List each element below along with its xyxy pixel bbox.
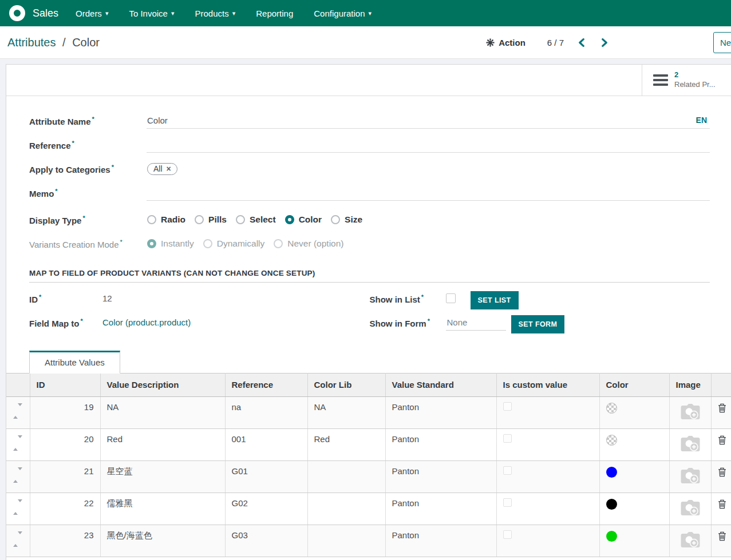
drag-handle[interactable] (6, 525, 30, 557)
cell-color (599, 493, 669, 525)
delete-row-icon[interactable] (718, 531, 726, 543)
show-in-list-checkbox[interactable] (446, 293, 456, 303)
reference-input[interactable] (147, 137, 710, 153)
cell-id[interactable]: 21 (30, 461, 100, 493)
cell-value-standard[interactable]: Panton (385, 493, 496, 525)
drag-handle[interactable] (6, 493, 30, 525)
color-swatch[interactable] (606, 435, 617, 446)
cell-color-lib[interactable] (307, 525, 385, 557)
odoo-logo-icon[interactable] (9, 5, 25, 21)
cell-reference[interactable]: G02 (225, 493, 307, 525)
display-type-option-radio[interactable]: Radio (147, 215, 185, 225)
drag-handle[interactable] (6, 429, 30, 461)
cell-id[interactable]: 19 (30, 397, 100, 429)
cell-reference[interactable]: G01 (225, 461, 307, 493)
is-custom-value-checkbox[interactable] (503, 498, 512, 507)
set-list-button[interactable]: SET LIST (471, 291, 519, 309)
cell-value-description[interactable]: NA (100, 397, 225, 429)
display-type-label: Display Type* (29, 212, 147, 225)
field-row-id: ID* 12 (29, 291, 370, 310)
required-marker: * (112, 164, 114, 170)
new-button[interactable]: Ne (713, 32, 731, 53)
radio-icon (203, 239, 212, 248)
column-color-lib: Color Lib (307, 374, 385, 397)
pager-previous-button[interactable] (576, 37, 587, 48)
delete-row-icon[interactable] (718, 435, 726, 447)
cell-color-lib[interactable] (307, 461, 385, 493)
action-menu-button[interactable]: Action (486, 38, 525, 47)
pager-next-button[interactable] (599, 37, 610, 48)
sort-handle-icon (18, 403, 22, 416)
cell-reference[interactable]: 001 (225, 429, 307, 461)
image-upload-icon[interactable] (680, 468, 701, 487)
cell-value-standard[interactable]: Panton (385, 461, 496, 493)
cell-is-custom-value (496, 461, 599, 493)
attribute-name-input[interactable]: Color EN (147, 113, 710, 129)
display-type-option-pills[interactable]: Pills (195, 215, 227, 225)
is-custom-value-checkbox[interactable] (503, 402, 512, 411)
color-swatch[interactable] (606, 403, 617, 414)
cell-id[interactable]: 20 (30, 429, 100, 461)
drag-handle[interactable] (6, 397, 30, 429)
cell-reference[interactable]: na (225, 397, 307, 429)
stat-text: 2 Related Pr... (674, 70, 716, 90)
cell-reference[interactable]: G03 (225, 525, 307, 557)
category-tag[interactable]: All × (147, 163, 177, 175)
cell-value-description[interactable]: 星空蓝 (100, 461, 225, 493)
delete-row-icon[interactable] (718, 467, 726, 479)
app-name[interactable]: Sales (33, 7, 58, 19)
set-form-button[interactable]: SET FORM (511, 315, 565, 333)
language-badge[interactable]: EN (696, 116, 709, 125)
field-row-show-in-list: Show in List* SET LIST (370, 291, 710, 310)
related-products-button[interactable]: 2 Related Pr... (642, 65, 731, 96)
image-upload-icon[interactable] (680, 436, 701, 455)
color-swatch[interactable] (606, 531, 617, 542)
required-marker: * (421, 293, 424, 300)
cell-value-standard[interactable]: Panton (385, 525, 496, 557)
delete-row-icon[interactable] (718, 403, 726, 415)
field-map-to-label: Field Map to* (29, 315, 102, 328)
caret-down-icon: ▾ (171, 10, 175, 17)
color-swatch[interactable] (606, 467, 617, 478)
cell-value-standard[interactable]: Panton (385, 397, 496, 429)
memo-input[interactable] (147, 185, 710, 201)
nav-menu-to-invoice[interactable]: To Invoice▾ (129, 9, 174, 18)
cell-image (669, 493, 711, 525)
is-custom-value-checkbox[interactable] (503, 466, 512, 475)
tag-remove-icon[interactable]: × (167, 165, 171, 173)
apply-to-categories-field[interactable]: All × (147, 161, 710, 178)
delete-row-icon[interactable] (718, 499, 726, 511)
display-type-option-size[interactable]: Size (331, 215, 362, 225)
field-map-to-link[interactable]: Color (product.product) (102, 315, 191, 327)
is-custom-value-checkbox[interactable] (503, 530, 512, 539)
cell-value-description[interactable]: Red (100, 429, 225, 461)
is-custom-value-checkbox[interactable] (503, 434, 512, 443)
cell-value-description[interactable]: 儒雅黑 (100, 493, 225, 525)
cell-color (599, 397, 669, 429)
display-type-option-color[interactable]: Color (285, 215, 322, 225)
cell-id[interactable]: 23 (30, 525, 100, 557)
cell-color-lib[interactable]: Red (307, 429, 385, 461)
field-row-show-in-form: Show in Form* None SET FORM (370, 315, 710, 334)
cell-image (669, 429, 711, 461)
tab-attribute-values[interactable]: Attribute Values (29, 351, 120, 374)
cell-value-standard[interactable]: Panton (385, 429, 496, 461)
cell-color-lib[interactable] (307, 493, 385, 525)
drag-handle[interactable] (6, 461, 30, 493)
cell-id[interactable]: 22 (30, 493, 100, 525)
display-type-option-select[interactable]: Select (236, 215, 276, 225)
field-row-apply-to-categories: Apply to Categories* All × (29, 161, 710, 180)
cell-color-lib[interactable]: NA (307, 397, 385, 429)
cell-value-description[interactable]: 黑色/海蓝色 (100, 525, 225, 557)
nav-menu-reporting[interactable]: Reporting (256, 9, 293, 18)
pager-count: 6 / 7 (547, 38, 564, 47)
show-in-form-input[interactable]: None (446, 315, 506, 331)
nav-menu-configuration[interactable]: Configuration▾ (314, 9, 372, 18)
image-upload-icon[interactable] (680, 532, 701, 551)
color-swatch[interactable] (606, 499, 617, 510)
image-upload-icon[interactable] (680, 500, 701, 519)
nav-menu-products[interactable]: Products▾ (195, 9, 235, 18)
image-upload-icon[interactable] (680, 404, 701, 423)
nav-menu-orders[interactable]: Orders▾ (76, 9, 108, 18)
breadcrumb-parent-link[interactable]: Attributes (7, 36, 56, 49)
